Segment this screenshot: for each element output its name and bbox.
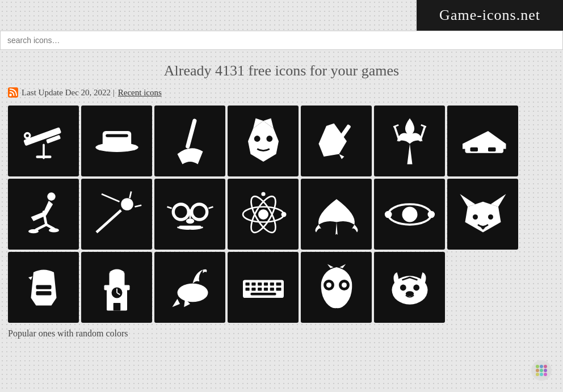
telescope-icon[interactable]	[8, 106, 79, 176]
fox-icon[interactable]	[447, 179, 518, 250]
svg-point-34	[402, 206, 417, 222]
svg-point-39	[488, 214, 493, 220]
svg-rect-41	[36, 291, 51, 295]
svg-point-25	[193, 205, 205, 218]
svg-point-76	[544, 365, 547, 368]
svg-rect-54	[263, 283, 267, 285]
svg-rect-51	[245, 283, 249, 285]
svg-rect-61	[270, 288, 274, 290]
svg-point-78	[540, 369, 543, 372]
svg-rect-63	[250, 293, 276, 296]
metro-icon[interactable]	[447, 106, 518, 176]
svg-point-19	[28, 229, 39, 233]
svg-rect-40	[36, 285, 51, 289]
orbit-icon[interactable]	[374, 179, 445, 250]
villain-mask-icon[interactable]	[228, 106, 299, 176]
svg-point-66	[326, 283, 331, 288]
broom-icon[interactable]	[154, 106, 225, 176]
svg-point-13	[266, 136, 272, 142]
svg-point-12	[254, 136, 260, 142]
clock-tower-icon[interactable]	[81, 252, 152, 323]
manta-ray-icon[interactable]	[301, 179, 372, 250]
svg-rect-53	[258, 283, 262, 285]
svg-point-21	[121, 198, 133, 210]
hat-icon[interactable]	[81, 106, 152, 176]
svg-rect-16	[470, 147, 478, 151]
svg-point-70	[400, 284, 406, 290]
svg-rect-60	[263, 288, 267, 290]
svg-rect-10	[106, 134, 128, 137]
svg-rect-48	[113, 303, 120, 311]
svg-point-33	[261, 192, 265, 196]
svg-point-36	[427, 210, 435, 218]
svg-point-75	[540, 365, 543, 368]
shooting-star-icon[interactable]	[81, 179, 152, 250]
bottom-decoration-icon[interactable]	[531, 360, 552, 381]
svg-rect-9	[102, 131, 131, 147]
svg-rect-11	[185, 118, 197, 149]
svg-point-67	[342, 283, 347, 288]
svg-rect-62	[276, 288, 281, 290]
svg-rect-44	[109, 272, 124, 286]
svg-rect-17	[488, 147, 496, 151]
svg-point-82	[544, 373, 547, 376]
svg-point-18	[47, 192, 55, 200]
rss-icon	[8, 87, 18, 98]
svg-rect-3	[36, 155, 51, 158]
glasses-nose-icon[interactable]	[154, 179, 225, 250]
svg-point-77	[536, 369, 539, 372]
svg-point-20	[49, 228, 59, 232]
svg-rect-27	[179, 225, 201, 228]
tagline: Already 4131 free icons for your games	[0, 62, 563, 79]
search-input[interactable]	[0, 31, 563, 50]
svg-point-79	[544, 369, 547, 372]
svg-point-49	[177, 283, 208, 301]
svg-point-7	[26, 134, 28, 137]
recent-icons-link[interactable]: Recent icons	[118, 88, 162, 98]
svg-point-72	[405, 291, 413, 296]
svg-rect-55	[270, 283, 274, 285]
svg-point-71	[413, 284, 419, 290]
badger-icon[interactable]	[374, 252, 445, 323]
svg-point-32	[281, 212, 286, 217]
svg-point-81	[540, 373, 543, 376]
svg-rect-59	[258, 288, 262, 290]
svg-rect-57	[245, 288, 249, 290]
svg-point-80	[536, 373, 539, 376]
hand-grip-icon[interactable]	[301, 106, 372, 176]
update-text: Last Update Dec 20, 2022 |	[22, 88, 115, 98]
lightning-tree-icon[interactable]	[374, 106, 445, 176]
svg-point-74	[536, 365, 539, 368]
svg-point-37	[384, 210, 392, 218]
svg-point-28	[258, 209, 268, 220]
svg-rect-56	[276, 283, 281, 285]
keyboard-icon[interactable]	[228, 252, 299, 323]
svg-point-26	[186, 218, 194, 224]
svg-point-1	[9, 94, 12, 96]
icons-grid	[0, 106, 563, 323]
knight-helm-icon[interactable]	[8, 252, 79, 323]
goose-icon[interactable]	[154, 252, 225, 323]
svg-point-23	[175, 205, 187, 218]
svg-rect-52	[251, 283, 255, 285]
site-title: Game-icons.net	[417, 0, 563, 31]
solar-system-icon[interactable]	[228, 179, 299, 250]
svg-point-38	[473, 214, 478, 220]
svg-rect-58	[251, 288, 255, 290]
popular-label: Popular ones with random colors	[8, 328, 555, 339]
owl-icon[interactable]	[301, 252, 372, 323]
skater-icon[interactable]	[8, 179, 79, 250]
